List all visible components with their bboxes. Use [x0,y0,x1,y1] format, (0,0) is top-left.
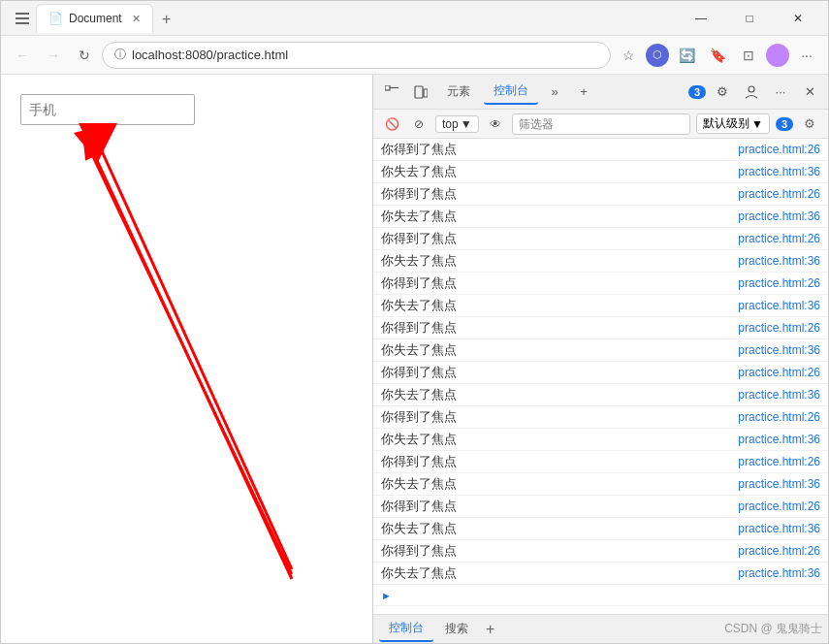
add-tab-button[interactable]: + [571,80,596,105]
log-source-link[interactable]: practice.html:36 [738,522,820,535]
log-row[interactable]: 你得到了焦点 practice.html:26 [373,451,828,473]
console-tab[interactable]: 控制台 [484,79,538,105]
log-row[interactable]: 你失去了焦点 practice.html:36 [373,563,828,585]
close-button[interactable]: ✕ [776,1,820,36]
log-row[interactable]: 你失去了焦点 practice.html:36 [373,518,828,540]
log-row[interactable]: 你失去了焦点 practice.html:36 [373,473,828,496]
sidebar-toggle[interactable] [9,5,36,32]
log-source-link[interactable]: practice.html:36 [738,566,820,580]
log-source-link[interactable]: practice.html:26 [738,544,820,558]
svg-rect-9 [385,85,390,90]
log-row[interactable]: 你得到了焦点 practice.html:26 [373,540,828,563]
more-tabs-button[interactable]: » [542,80,567,105]
log-row[interactable]: 你失去了焦点 practice.html:36 [373,384,828,406]
log-row[interactable]: 你失去了焦点 practice.html:36 [373,339,828,362]
tab-title: Document [69,12,122,25]
log-row[interactable]: 你失去了焦点 practice.html:36 [373,250,828,273]
log-source-link[interactable]: practice.html:36 [738,388,820,402]
log-row[interactable]: 你失去了焦点 practice.html:36 [373,206,828,228]
filter-toggle-button[interactable]: ⊘ [408,113,430,135]
log-text: 你失去了焦点 [381,475,457,493]
maximize-button[interactable]: □ [727,1,772,36]
new-tab-button[interactable]: + [153,6,180,33]
log-source-link[interactable]: practice.html:26 [738,143,820,156]
console-toolbar: 🚫 ⊘ top ▼ 👁 默认级别 ▼ 3 ⚙ [373,110,828,139]
url-text: localhost:8080/practice.html [132,48,288,62]
elements-tab[interactable]: 元素 [437,80,480,104]
log-source-link[interactable]: practice.html:26 [738,276,820,290]
log-row[interactable]: 你失去了焦点 practice.html:36 [373,161,828,183]
log-row[interactable]: 你得到了焦点 practice.html:26 [373,228,828,250]
log-row[interactable]: 你得到了焦点 practice.html:26 [373,183,828,206]
svg-rect-11 [415,86,423,98]
screenshot-icon[interactable]: ⊡ [735,42,762,69]
log-source-link[interactable]: practice.html:26 [738,232,820,245]
log-source-link[interactable]: practice.html:26 [738,187,820,201]
log-source-link[interactable]: practice.html:36 [738,433,820,446]
log-source-link[interactable]: practice.html:26 [738,455,820,468]
log-row[interactable]: 你得到了焦点 practice.html:26 [373,362,828,384]
add-bottom-tab-button[interactable]: + [480,621,500,638]
log-row[interactable]: 你得到了焦点 practice.html:26 [373,317,828,339]
devtools-more-button[interactable]: ··· [768,80,793,105]
extensions-icon[interactable]: ⬡ [646,44,669,67]
log-source-link[interactable]: practice.html:36 [738,343,820,357]
log-source-link[interactable]: practice.html:26 [738,321,820,335]
tab-close-button[interactable]: ✕ [132,13,141,25]
log-level-selector[interactable]: 默认级别 ▼ [696,113,770,134]
bookmark-icon[interactable]: 🔖 [704,42,731,69]
log-source-link[interactable]: practice.html:36 [738,477,820,491]
log-row[interactable]: 你得到了焦点 practice.html:26 [373,496,828,518]
svg-point-13 [749,86,754,92]
user-avatar[interactable] [766,44,789,67]
browser-frame: 📄 Document ✕ + — □ ✕ ← → ↻ ⓘ localhost:8… [0,0,829,644]
active-tab[interactable]: 📄 Document ✕ [36,4,153,33]
clear-console-button[interactable]: 🚫 [381,113,402,135]
console-log-area[interactable]: 你得到了焦点 practice.html:26 你失去了焦点 practice.… [373,139,828,614]
phone-input[interactable] [20,94,195,125]
log-source-link[interactable]: practice.html:36 [738,254,820,268]
favorites-icon[interactable]: ☆ [615,42,642,69]
profile-icon[interactable]: 🔄 [673,42,700,69]
lock-icon: ⓘ [114,47,126,63]
log-source-link[interactable]: practice.html:36 [738,299,820,312]
log-text: 你失去了焦点 [381,341,457,359]
back-button[interactable]: ← [9,42,36,69]
log-row[interactable]: 你得到了焦点 practice.html:26 [373,139,828,161]
user-button[interactable] [739,80,764,105]
address-bar[interactable]: ⓘ localhost:8080/practice.html [102,42,611,69]
main-area: 元素 控制台 » + 3 ⚙ ··· ✕ 🚫 ⊘ top ▼ [1,75,828,643]
refresh-button[interactable]: ↻ [71,42,98,69]
top-context-selector[interactable]: top ▼ [435,115,479,133]
forward-button[interactable]: → [40,42,67,69]
log-input-arrow[interactable]: ► [373,585,828,606]
filter-input[interactable] [512,113,690,135]
log-source-link[interactable]: practice.html:26 [738,499,820,513]
svg-marker-6 [74,123,112,162]
log-row[interactable]: 你失去了焦点 practice.html:36 [373,429,828,451]
log-row[interactable]: 你得到了焦点 practice.html:26 [373,406,828,429]
eye-button[interactable]: 👁 [485,113,506,135]
bottom-search-tab[interactable]: 搜索 [435,617,478,641]
device-toggle-button[interactable] [408,80,433,105]
menu-button[interactable]: ··· [793,42,820,69]
close-devtools-button[interactable]: ✕ [797,80,822,105]
log-text: 你得到了焦点 [381,185,457,203]
log-text: 你失去了焦点 [381,520,457,537]
settings-button[interactable]: ⚙ [710,80,735,105]
log-source-link[interactable]: practice.html:36 [738,165,820,178]
level-chevron: ▼ [751,117,763,131]
log-row[interactable]: 你失去了焦点 practice.html:36 [373,295,828,317]
nav-bar: ← → ↻ ⓘ localhost:8080/practice.html ☆ ⬡… [1,36,828,75]
log-row[interactable]: 你得到了焦点 practice.html:26 [373,273,828,295]
console-settings-button[interactable]: ⚙ [799,113,820,135]
bottom-console-tab[interactable]: 控制台 [379,616,433,642]
log-source-link[interactable]: practice.html:26 [738,410,820,424]
svg-rect-1 [16,17,29,19]
log-text: 你失去了焦点 [381,431,457,448]
log-text: 你得到了焦点 [381,319,457,337]
log-source-link[interactable]: practice.html:36 [738,209,820,223]
log-source-link[interactable]: practice.html:26 [738,366,820,379]
inspect-element-button[interactable] [379,80,404,105]
minimize-button[interactable]: — [679,1,723,36]
